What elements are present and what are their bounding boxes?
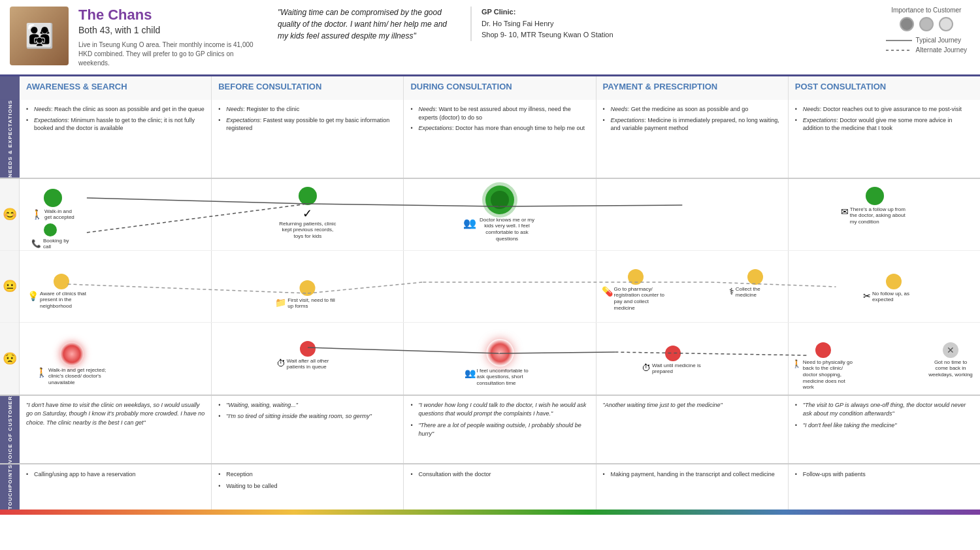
expectations-item-before: Expectations: Fastest way possible to ge…: [218, 116, 397, 133]
node-circle-yellow-collect: [747, 269, 763, 285]
voc-payment: "Another waiting time just to get the me…: [596, 396, 789, 463]
journey-neutral-post: ✂ No follow up, as expected: [789, 251, 980, 322]
imp-circle-low: [939, 17, 953, 31]
needs-cell-before: Needs: Register to the clinic Expectatio…: [212, 100, 404, 178]
journey-sad-before: ⏱ Wait after all other patients in queue: [212, 323, 404, 395]
tp-awareness: Calling/using app to have a reservation: [20, 464, 212, 510]
node-circle-yellow-before: [300, 280, 316, 296]
phase-col-payment: PAYMENT & PRESCRIPTION: [596, 76, 789, 100]
needs-cells: Needs: Reach the clinic as soon as possi…: [20, 100, 980, 178]
page-header: 👨‍👩‍👧 The Chans Both 43, with 1 child Li…: [0, 0, 980, 76]
touchpoints-content: Calling/using app to have a reservation …: [20, 464, 980, 510]
voc-label: Voice of Customer: [0, 396, 20, 463]
node-label-aware: Aware of clinics that present in the nei…: [40, 291, 95, 310]
clinic-name: Dr. Ho Tsing Fai Henry: [482, 18, 613, 30]
smiley-neutral-icon: 😐: [3, 279, 17, 293]
expectations-item-post: Expectations: Doctor would give me some …: [795, 116, 973, 133]
touchpoints-label: Touchpoints: [0, 464, 20, 510]
node-walkin-accepted: 🚶 Walk-in andget accepted: [31, 189, 74, 221]
phase-header-spacer: [0, 76, 20, 100]
node-doctor-knows: 👥 Doctor knows me or my kids very well. …: [463, 186, 536, 242]
journey-happy-row: 🚶 Walk-in andget accepted 📞 Booking byca…: [20, 179, 980, 251]
node-label-first-visit: First visit, need to fill up forms: [287, 297, 340, 310]
smiley-neutral: 😐: [0, 251, 19, 323]
needs-list-awareness: Needs: Reach the clinic as soon as possi…: [26, 105, 204, 133]
node-uncomfortable: 👥 I feel uncomfortable to ask questions,…: [465, 339, 536, 387]
needs-section: Needs & Expectations Needs: Reach the cl…: [0, 100, 980, 179]
smiley-happy: 😊: [0, 179, 19, 251]
node-circle-green-sm: [44, 223, 57, 236]
needs-cell-awareness: Needs: Reach the clinic as soon as possi…: [20, 100, 212, 178]
imp-circle-med: [919, 17, 934, 31]
tp-post: Follow-ups with patients: [789, 464, 980, 510]
voc-list-during: "I wonder how long I could talk to the d…: [410, 401, 589, 439]
tp-before: Reception Waiting to be called: [212, 464, 404, 510]
node-circle-yellow-pharmacy: [628, 269, 644, 285]
needs-item-payment: Needs: Get the medicine as soon as possi…: [603, 105, 781, 114]
voc-item-before-1: "Waiting, waiting, waiting...": [218, 401, 397, 410]
clinic-address: Shop 9- 10, MTR Tseung Kwan O Station: [482, 29, 613, 41]
voc-item-post-1: "The visit to GP is always one-off thing…: [795, 401, 973, 419]
node-label-doctor-knows: Doctor knows me or my kids very well. I …: [478, 217, 536, 242]
icon-mail: ✉: [841, 206, 849, 217]
node-circle-green-post: [866, 187, 884, 205]
voc-content: "I don't have time to visit the clinic o…: [20, 396, 980, 463]
phase-title-awareness: AWARENESS & SEARCH: [26, 82, 204, 91]
bottom-bar: [0, 510, 980, 515]
importance-circles: [886, 17, 967, 31]
needs-item-awareness: Needs: Reach the clinic as soon as possi…: [26, 105, 204, 114]
icon-cross-post2: ✕: [947, 345, 955, 355]
node-booking-call: 📞 Booking bycall: [31, 223, 69, 250]
node-no-time: ✕ Got no time to come back in weekdays, …: [928, 342, 973, 378]
phase-headers-row: AWARENESS & SEARCH BEFORE CONSULTATION D…: [0, 76, 980, 100]
journey-sad-post: 🚶 Need to physically go back to the clin…: [789, 323, 980, 395]
icon-walk-rejected: 🚶: [36, 367, 47, 378]
node-label-rejected: Walk-in and get rejected; clinic's close…: [48, 367, 107, 386]
tp-item-payment: Making payment, handing in the transcrip…: [603, 470, 781, 479]
persona-quote: "Waiting time can be compromised by the …: [278, 7, 454, 42]
node-circle-green-xl: [485, 186, 514, 214]
node-followup: ✉ There's a follow up from the doctor, a…: [841, 187, 909, 225]
journey-happy-payment: [596, 179, 789, 250]
needs-list-payment: Needs: Get the medicine as soon as possi…: [603, 105, 781, 133]
tp-payment: Making payment, handing in the transcrip…: [596, 464, 789, 510]
node-wait-medicine: ⏱ Wait until medicine is prepared: [642, 346, 704, 375]
icon-medicine: ⚕: [729, 286, 734, 297]
tp-item-before-1: Reception: [218, 470, 397, 479]
node-collect-medicine: ⚕ Collect the medicine: [729, 269, 781, 299]
phase-col-awareness: AWARENESS & SEARCH: [20, 76, 212, 100]
tp-during: Consultation with the doctor: [404, 464, 596, 510]
typical-journey-legend: Typical Journey: [886, 37, 967, 44]
tp-item-before-2: Waiting to be called: [218, 481, 397, 491]
node-circle-cross-post: ✕: [943, 342, 958, 358]
journey-legend: Typical Journey Alternate Journey: [886, 37, 967, 54]
voc-awareness: "I don't have time to visit the clinic o…: [20, 396, 212, 463]
needs-list-post: Needs: Doctor reaches out to give assura…: [795, 105, 973, 133]
typical-journey-label: Typical Journey: [916, 37, 961, 44]
node-label-returning: Returning patients, clinic kept previous…: [278, 221, 337, 240]
needs-list-before: Needs: Register to the clinic Expectatio…: [218, 105, 397, 133]
imp-circle-high: [900, 17, 914, 31]
node-label-booking: Booking bycall: [43, 238, 69, 250]
journey-sad-payment: ⏱ Wait until medicine is prepared: [596, 323, 789, 395]
tp-list-post: Follow-ups with patients: [795, 470, 973, 479]
journey-neutral-row: 💡 Aware of clinics that present in the n…: [20, 251, 980, 323]
expectations-item-during: Expectations: Doctor has more than enoug…: [410, 124, 589, 133]
alternate-journey-label: Alternate Journey: [916, 46, 967, 54]
icon-cross-post: ✂: [863, 291, 871, 301]
tp-list-payment: Making payment, handing in the transcrip…: [603, 470, 781, 479]
node-returning-patients: ✓ Returning patients, clinic kept previo…: [278, 187, 337, 240]
icon-people-during: 👥: [463, 217, 476, 229]
journey-neutral-awareness: 💡 Aware of clinics that present in the n…: [20, 251, 212, 322]
node-no-followup: ✂ No follow up, as expected: [863, 274, 924, 303]
phase-col-before: BEFORE CONSULTATION: [212, 76, 404, 100]
phase-headers: AWARENESS & SEARCH BEFORE CONSULTATION D…: [20, 76, 980, 100]
needs-label: Needs & Expectations: [0, 100, 20, 178]
journey-happy-post: ✉ There's a follow up from the doctor, a…: [789, 179, 980, 250]
node-label-pharmacy: Go to pharmacy/ registration counter to …: [614, 286, 670, 311]
icon-folder: 📁: [275, 297, 286, 308]
node-label-uncomfortable: I feel uncomfortable to ask questions, s…: [477, 368, 536, 387]
node-label-followup: There's a follow up from the doctor, ask…: [850, 206, 909, 225]
journey-grid-container: 🚶 Walk-in andget accepted 📞 Booking byca…: [20, 179, 980, 395]
node-aware-clinics: 💡 Aware of clinics that present in the n…: [27, 274, 95, 310]
